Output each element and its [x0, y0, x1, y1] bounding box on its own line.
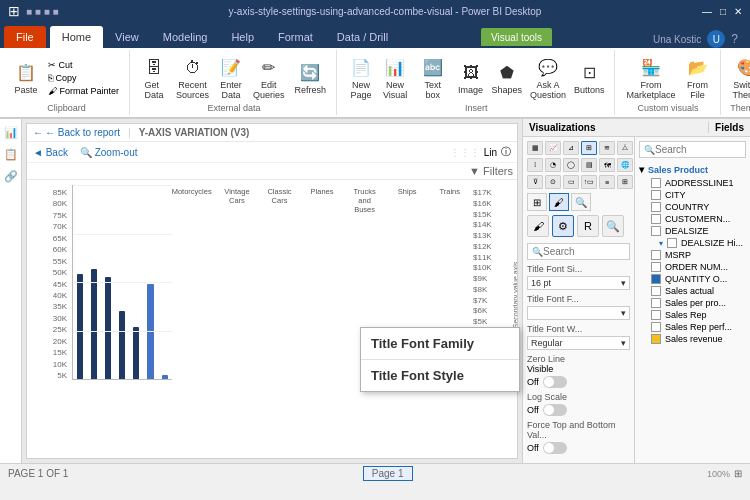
sales-rep-checkbox[interactable] — [651, 310, 661, 320]
info-icon[interactable]: ⓘ — [501, 145, 511, 159]
zero-line-toggle-btn[interactable] — [543, 376, 567, 388]
new-visual-button[interactable]: 📊 NewVisual — [379, 54, 411, 102]
msrp-checkbox[interactable] — [651, 250, 661, 260]
viz-icon-line[interactable]: 📈 — [545, 141, 561, 155]
viz-icon-waterfall[interactable]: ⧊ — [617, 141, 633, 155]
get-data-button[interactable]: 🗄 GetData — [138, 54, 170, 102]
visualizations-header: Visualizations — [529, 122, 708, 133]
new-page-icon: 📄 — [349, 56, 373, 80]
edit-queries-button[interactable]: ✏ EditQueries — [249, 54, 289, 102]
paint-icon-4[interactable]: 🔍 — [602, 215, 624, 237]
viz-icon-scatter[interactable]: ⁞ — [527, 158, 543, 172]
switch-theme-button[interactable]: 🎨 SwitchTheme — [729, 54, 750, 102]
city-checkbox[interactable] — [651, 190, 661, 200]
panel-content: ▦ 📈 ⊿ ⊞ ≋ ⧊ ⁞ ◔ ◯ ▤ 🗺 🌐 ⊽ ⊙ — [523, 137, 750, 463]
viz-icon-card[interactable]: ▭ — [563, 175, 579, 189]
from-file-button[interactable]: 📂 FromFile — [682, 54, 714, 102]
viz-icon-globe[interactable]: 🌐 — [617, 158, 633, 172]
maximize-btn[interactable]: □ — [720, 6, 726, 17]
viz-search-input[interactable] — [543, 246, 625, 257]
fields-search[interactable]: 🔍 — [639, 141, 746, 158]
text-box-button[interactable]: 🔤 Text box — [413, 54, 452, 102]
fields-toggle-btn[interactable]: ⊞ — [527, 193, 547, 211]
refresh-button[interactable]: 🔄 Refresh — [291, 59, 331, 97]
tooltip-font-family[interactable]: Title Font Family — [361, 328, 519, 360]
nav-model-icon[interactable]: 🔗 — [2, 167, 20, 185]
viz-icon-area[interactable]: ⊿ — [563, 141, 579, 155]
minimize-btn[interactable]: — — [702, 6, 712, 17]
sales-revenue-checkbox[interactable] — [651, 334, 661, 344]
font-size-value[interactable]: 16 pt ▾ — [527, 276, 630, 290]
paint-icon-2[interactable]: ⚙ — [552, 215, 574, 237]
dealsize-checkbox[interactable] — [651, 226, 661, 236]
recent-sources-button[interactable]: ⏱ RecentSources — [172, 54, 213, 102]
font-family-value[interactable]: ▾ — [527, 306, 630, 320]
sales-product-section-header[interactable]: ▾ Sales Product — [639, 162, 746, 177]
force-top-toggle-btn[interactable] — [543, 442, 567, 454]
viz-icon-map[interactable]: 🗺 — [599, 158, 615, 172]
dealsize-hi-checkbox[interactable] — [667, 238, 677, 248]
back-nav-button[interactable]: ◄ Back — [33, 147, 68, 158]
window-controls[interactable]: — □ ✕ — [702, 6, 742, 17]
viz-icon-donut[interactable]: ◯ — [563, 158, 579, 172]
nav-data-icon[interactable]: 📋 — [2, 145, 20, 163]
country-checkbox[interactable] — [651, 202, 661, 212]
addressline1-checkbox[interactable] — [651, 178, 661, 188]
fields-panel: 🔍 ▾ Sales Product ADDRESSLINE1 CITY — [635, 137, 750, 463]
tooltip-font-style[interactable]: Title Font Style — [361, 360, 519, 391]
nav-report-icon[interactable]: 📊 — [2, 123, 20, 141]
font-weight-value[interactable]: Regular ▾ — [527, 336, 630, 350]
fields-search-input[interactable] — [655, 144, 741, 155]
field-sales-per-pro: Sales per pro... — [639, 297, 746, 309]
viz-icon-kpi[interactable]: ↑▭ — [581, 175, 597, 189]
filter-icon[interactable]: ▼ Filters — [469, 165, 513, 177]
paint-icon-1[interactable]: 🖌 — [527, 215, 549, 237]
viz-icon-pie[interactable]: ◔ — [545, 158, 561, 172]
viz-icon-slicer[interactable]: ≡ — [599, 175, 615, 189]
sales-per-pro-checkbox[interactable] — [651, 298, 661, 308]
from-marketplace-button[interactable]: 🏪 FromMarketplace — [623, 54, 680, 102]
user-avatar[interactable]: U — [707, 30, 725, 48]
format-painter-button[interactable]: 🖌 Format Painter — [44, 85, 123, 97]
zoom-out-button[interactable]: 🔍 Zoom-out — [80, 147, 138, 158]
tab-home[interactable]: Home — [50, 26, 103, 48]
analytics-toggle-btn[interactable]: 🔍 — [571, 193, 591, 211]
page-tab-1[interactable]: Page 1 — [363, 466, 413, 481]
sales-actual-checkbox[interactable] — [651, 286, 661, 296]
viz-icon-gauge[interactable]: ⊙ — [545, 175, 561, 189]
enter-data-button[interactable]: 📝 EnterData — [215, 54, 247, 102]
order-num-checkbox[interactable] — [651, 262, 661, 272]
copy-button[interactable]: ⎘ Copy — [44, 72, 123, 84]
tab-help[interactable]: Help — [219, 26, 266, 48]
ask-question-button[interactable]: 💬 Ask AQuestion — [527, 54, 569, 102]
viz-icon-ribbon[interactable]: ≋ — [599, 141, 615, 155]
cut-button[interactable]: ✂ Cut — [44, 59, 123, 71]
viz-icon-table[interactable]: ⊞ — [617, 175, 633, 189]
tab-file[interactable]: File — [4, 26, 46, 48]
paste-button[interactable]: 📋 Paste — [10, 59, 42, 97]
tab-data-drill[interactable]: Data / Drill — [325, 26, 400, 48]
customern-checkbox[interactable] — [651, 214, 661, 224]
zoom-fit-btn[interactable]: ⊞ — [734, 468, 742, 479]
shapes-button[interactable]: ⬟ Shapes — [489, 59, 526, 97]
help-icon[interactable]: ? — [731, 32, 738, 46]
tab-view[interactable]: View — [103, 26, 151, 48]
log-scale-toggle-btn[interactable] — [543, 404, 567, 416]
paint-icon-3[interactable]: R — [577, 215, 599, 237]
viz-icon-bar[interactable]: ▦ — [527, 141, 543, 155]
back-to-report-button[interactable]: ← ← Back to report — [33, 127, 120, 138]
viz-search[interactable]: 🔍 — [527, 243, 630, 260]
tab-format[interactable]: Format — [266, 26, 325, 48]
viz-icon-treemap[interactable]: ▤ — [581, 158, 597, 172]
quantity-o-checkbox[interactable] — [651, 274, 661, 284]
tab-modeling[interactable]: Modeling — [151, 26, 220, 48]
close-btn[interactable]: ✕ — [734, 6, 742, 17]
new-page-button[interactable]: 📄 NewPage — [345, 54, 377, 102]
viz-icon-combo[interactable]: ⊞ — [581, 141, 597, 155]
format-toggle-btn[interactable]: 🖌 — [549, 193, 569, 211]
viz-icon-funnel[interactable]: ⊽ — [527, 175, 543, 189]
sales-rep-perf-checkbox[interactable] — [651, 322, 661, 332]
buttons-button[interactable]: ⊡ Buttons — [571, 59, 608, 97]
image-button[interactable]: 🖼 Image — [455, 59, 487, 97]
ribbon-group-external-data: 🗄 GetData ⏱ RecentSources 📝 EnterData ✏ … — [132, 50, 337, 115]
